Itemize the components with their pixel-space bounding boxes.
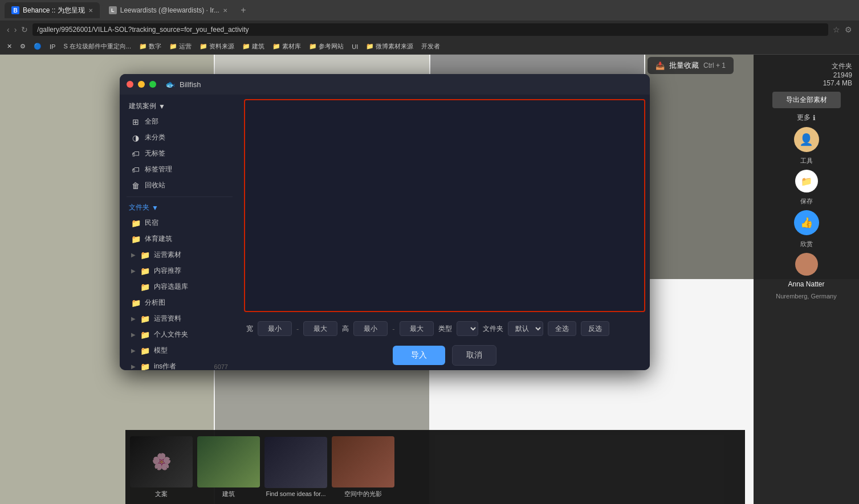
bookmarks-bar: ✕ ⚙ 🔵 IP S 在垃圾邮件中重定向... 📁 数字 📁 运营 📁 资料来源…: [0, 39, 859, 55]
extensions-icon[interactable]: ⚙: [845, 25, 852, 34]
width-sep: -: [296, 325, 299, 333]
expand-personal-icon: ▶: [131, 331, 136, 338]
forward-icon[interactable]: ›: [14, 25, 17, 34]
sidebar-item-personal[interactable]: ▶ 📁 个人文件夹: [122, 327, 237, 342]
back-icon[interactable]: ‹: [7, 25, 10, 34]
height-sep: -: [392, 325, 394, 333]
sidebar-item-tag-manage[interactable]: 🏷 标签管理: [122, 162, 237, 177]
bookmark-devtools[interactable]: 开发者: [419, 41, 442, 52]
tag-icon: 🏷: [131, 149, 140, 158]
bookmark-architecture[interactable]: 📁 建筑: [240, 41, 267, 52]
folder-sport-icon: 📁: [131, 235, 140, 244]
folder-save-icon: 📁: [801, 176, 812, 187]
section-title-arch: 建筑案例 ▼: [120, 99, 239, 113]
sidebar-item-ops-res[interactable]: ▶ 📁 运营资料: [122, 311, 237, 326]
expand-ops-res-icon: ▶: [131, 315, 136, 322]
import-button[interactable]: 导入: [393, 346, 445, 365]
import-drop-area[interactable]: [244, 99, 645, 312]
refresh-icon[interactable]: ↻: [21, 25, 28, 34]
user-location: Nuremberg, Germany: [776, 293, 836, 300]
minimize-window-button[interactable]: [138, 81, 145, 88]
bookmark-resources[interactable]: 📁 资料来源: [197, 41, 237, 52]
close-window-button[interactable]: [127, 81, 133, 88]
thumb-image-2: [197, 436, 260, 487]
thumb-item-2[interactable]: 建筑: [197, 436, 260, 498]
tab-label-behance: Behance :: 为您呈现: [23, 6, 85, 15]
bookmark-spam[interactable]: S 在垃圾邮件中重定向...: [61, 41, 133, 52]
height-min-input[interactable]: [353, 321, 388, 336]
more-button[interactable]: 更多 ℹ: [797, 113, 816, 122]
folder-section[interactable]: 文件夹 ▼: [120, 200, 239, 215]
thumb-image-3: [264, 437, 327, 488]
app-window: 🐟 Billfish 建筑案例 ▼ ⊞ 全部 ◑ 未分类 🏷 无标签: [120, 74, 650, 370]
tab-close-leewardists[interactable]: ✕: [223, 7, 227, 14]
sidebar-item-ops[interactable]: ▶ 📁 运营素材: [122, 247, 237, 263]
tab-favicon-behance: B: [11, 6, 19, 14]
sidebar-item-model[interactable]: ▶ 📁 模型: [122, 343, 237, 358]
width-min-input[interactable]: [258, 321, 292, 336]
expand-ops-icon: ▶: [131, 252, 136, 258]
tab-bar: B Behance :: 为您呈现 ✕ L Leewardists (@leew…: [0, 0, 859, 21]
sidebar: 建筑案例 ▼ ⊞ 全部 ◑ 未分类 🏷 无标签 🏷 标签管理 🗑: [120, 95, 239, 370]
bookmark-ops[interactable]: 📁 运营: [167, 41, 194, 52]
app-title: Billfish: [180, 80, 201, 89]
sidebar-item-sport-label: 体育建筑: [145, 234, 172, 244]
bookmark-ip[interactable]: IP: [47, 42, 58, 51]
thumb-item-3[interactable]: Find some ideas for...: [264, 437, 327, 497]
sidebar-item-content[interactable]: ▶ 📁 内容推荐: [122, 263, 237, 278]
type-label: 类型: [438, 324, 452, 334]
action-bar: 导入 取消: [239, 341, 650, 370]
tab-behance[interactable]: B Behance :: 为您呈现 ✕: [5, 2, 100, 18]
new-tab-button[interactable]: +: [237, 3, 250, 17]
batch-icon: 📥: [656, 62, 665, 70]
bookmark-digital[interactable]: 📁 数字: [137, 41, 164, 52]
sidebar-item-all[interactable]: ⊞ 全部: [122, 114, 237, 129]
sidebar-item-sport[interactable]: 📁 体育建筑: [122, 231, 237, 247]
type-select[interactable]: [457, 321, 478, 336]
bookmark-refs[interactable]: 📁 参考网站: [307, 41, 346, 52]
address-input[interactable]: [32, 23, 828, 36]
user-name: Anna Natter: [788, 280, 824, 288]
like-button[interactable]: 👍: [794, 210, 819, 235]
sidebar-item-trash[interactable]: 🗑 回收站: [122, 178, 237, 193]
sidebar-item-untagged[interactable]: 🏷 无标签: [122, 146, 237, 161]
width-max-input[interactable]: [303, 321, 337, 336]
trash-icon: 🗑: [131, 181, 140, 190]
sidebar-item-minshu[interactable]: 📁 民宿: [122, 215, 237, 231]
thumb-item-4[interactable]: 空间中的光影: [332, 436, 394, 498]
sidebar-item-ins[interactable]: ▶ 📁 ins作者 6077: [122, 359, 237, 370]
bookmark-assets[interactable]: 📁 素材库: [270, 41, 303, 52]
bookmark-circle[interactable]: 🔵: [31, 42, 44, 51]
bookmark-close[interactable]: ✕: [5, 42, 14, 51]
sidebar-item-chart[interactable]: 📁 分析图: [122, 295, 237, 310]
thumbnails-bar: 🌸 文案 建筑 Find some ideas for... 空间中的光影: [125, 430, 745, 504]
sidebar-item-content-label: 内容推荐: [154, 266, 181, 276]
folder-personal-icon: 📁: [140, 330, 149, 339]
invert-select-button[interactable]: 反选: [581, 321, 609, 336]
arch-label: 建筑案例: [129, 101, 156, 111]
height-max-input[interactable]: [400, 321, 434, 336]
sidebar-item-content-lib[interactable]: 📁 内容选题库: [122, 279, 237, 294]
save-button[interactable]: 📁: [795, 170, 818, 192]
star-icon[interactable]: ☆: [833, 25, 840, 34]
select-all-button[interactable]: 全选: [548, 321, 576, 336]
thumb-image-1: 🌸: [130, 436, 193, 487]
tab-leewardists[interactable]: L Leewardists (@leewardists) · Ir... ✕: [102, 2, 234, 18]
export-all-button[interactable]: 导出全部素材: [772, 92, 841, 108]
bookmark-ui[interactable]: UI: [349, 42, 360, 51]
sidebar-item-ops-res-label: 运营资料: [154, 314, 181, 323]
thumb-item-1[interactable]: 🌸 文案: [130, 436, 193, 498]
thumb-label-4: 空间中的光影: [344, 490, 382, 498]
tab-close-behance[interactable]: ✕: [88, 7, 93, 14]
cancel-button[interactable]: 取消: [452, 345, 496, 366]
folder-ops-icon: 📁: [140, 251, 149, 260]
main-content: 宽 - 高 - 类型 文件夹 默认 全选 反选: [239, 95, 650, 370]
batch-banner: 📥 批量收藏 Ctrl + 1: [648, 57, 734, 74]
maximize-window-button[interactable]: [149, 81, 156, 88]
thumb-label-3: Find some ideas for...: [266, 490, 325, 497]
sidebar-item-uncategorized[interactable]: ◑ 未分类: [122, 130, 237, 145]
folder-select[interactable]: 默认: [508, 321, 543, 336]
bookmark-weibo[interactable]: 📁 微博素材来源: [364, 41, 416, 52]
tab-label-leewardists: Leewardists (@leewardists) · Ir...: [120, 6, 219, 14]
bookmark-settings[interactable]: ⚙: [18, 42, 28, 51]
